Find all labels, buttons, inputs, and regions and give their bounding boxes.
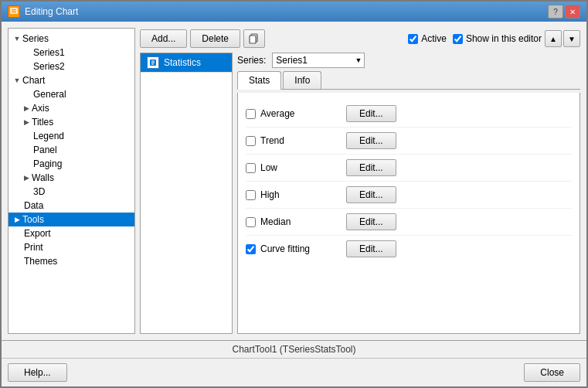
tree-label-series1: Series1 — [33, 47, 65, 58]
tree-label-titles: Titles — [32, 117, 53, 128]
help-button[interactable]: Help... — [8, 363, 67, 382]
close-button[interactable]: Close — [524, 363, 580, 382]
stat-label-high: High — [260, 189, 280, 200]
toolbar: Add... Delete Active Show — [140, 28, 580, 49]
nav-item-statistics[interactable]: Statistics — [141, 53, 232, 73]
stat-checkbox-high[interactable] — [246, 190, 256, 200]
show-in-editor-checkbox-label[interactable]: Show in this editor — [453, 33, 542, 44]
tab-info[interactable]: Info — [283, 71, 321, 89]
tree-item-general[interactable]: General — [8, 87, 134, 101]
stat-row-high: HighEdit... — [246, 182, 572, 209]
stat-row-average: AverageEdit... — [246, 100, 572, 128]
tree-label-legend: Legend — [33, 131, 64, 141]
tree-item-export[interactable]: Export — [8, 226, 134, 240]
title-bar-left: Editing Chart — [8, 5, 78, 18]
move-up-button[interactable]: ▲ — [545, 30, 562, 47]
stat-checkbox-label-median[interactable]: Median — [246, 216, 338, 227]
right-panel: Add... Delete Active Show — [140, 28, 580, 334]
tab-bar: StatsInfo — [237, 71, 580, 90]
tree-item-themes[interactable]: Themes — [8, 254, 134, 268]
series-label: Series: — [237, 55, 266, 66]
tree-item-axis[interactable]: ▶Axis — [8, 101, 134, 115]
tree-label-panel: Panel — [33, 145, 57, 155]
tree-arrow-series: ▼ — [13, 35, 21, 43]
tree-item-titles[interactable]: ▶Titles — [8, 115, 134, 129]
title-bar: Editing Chart ? ✕ — [2, 2, 586, 22]
tree-item-paging[interactable]: Paging — [8, 157, 134, 171]
status-bar: ChartTool1 (TSeriesStatsTool) — [2, 340, 586, 358]
stat-checkbox-label-trend[interactable]: Trend — [246, 135, 338, 146]
add-button[interactable]: Add... — [140, 29, 187, 48]
stat-label-low: Low — [260, 162, 277, 173]
tree-label-data: Data — [24, 200, 43, 211]
series-dropdown[interactable]: Series1Series2 — [272, 53, 365, 68]
active-checkbox-label[interactable]: Active — [408, 33, 447, 44]
delete-button[interactable]: Delete — [190, 29, 240, 48]
status-text: ChartTool1 (TSeriesStatsTool) — [232, 344, 355, 355]
nav-list: Statistics — [140, 53, 233, 334]
nav-item-icon-statistics — [147, 56, 159, 69]
tree-item-walls[interactable]: ▶Walls — [8, 171, 134, 185]
tree-item-series2[interactable]: Series2 — [8, 60, 134, 73]
window-icon — [8, 5, 20, 18]
arrow-buttons: ▲ ▼ — [545, 30, 580, 47]
stat-row-trend: TrendEdit... — [246, 128, 572, 155]
stat-edit-button-median[interactable]: Edit... — [346, 213, 396, 230]
tree-item-series[interactable]: ▼Series — [8, 32, 134, 46]
tree-item-legend[interactable]: Legend — [8, 129, 134, 143]
stat-checkbox-average[interactable] — [246, 109, 256, 119]
main-content: ▼SeriesSeries1Series2▼ChartGeneral▶Axis▶… — [2, 22, 586, 340]
tree-arrow-titles: ▶ — [22, 118, 30, 126]
stat-checkbox-low[interactable] — [246, 163, 256, 173]
stat-edit-button-low[interactable]: Edit... — [346, 159, 396, 176]
stat-checkbox-label-average[interactable]: Average — [246, 108, 338, 119]
tree-item-data[interactable]: Data — [8, 199, 134, 213]
stat-checkbox-label-high[interactable]: High — [246, 189, 338, 200]
checkboxes-row: Active Show in this editor — [408, 32, 542, 46]
tree-item-panel[interactable]: Panel — [8, 143, 134, 157]
tree-label-walls: Walls — [32, 172, 54, 183]
stat-row-median: MedianEdit... — [246, 209, 572, 236]
tree-label-3d: 3D — [33, 186, 45, 197]
help-titlebar-button[interactable]: ? — [548, 5, 563, 19]
show-in-editor-checkbox[interactable] — [453, 34, 463, 44]
stat-row-low: LowEdit... — [246, 155, 572, 182]
tree-item-series1[interactable]: Series1 — [8, 46, 134, 60]
tree-item-3d[interactable]: 3D — [8, 185, 134, 199]
stat-edit-button-curve_fitting[interactable]: Edit... — [346, 240, 396, 257]
stat-edit-button-high[interactable]: Edit... — [346, 186, 396, 203]
tree-item-print[interactable]: Print — [8, 240, 134, 254]
active-checkbox[interactable] — [408, 34, 418, 44]
tree-item-chart[interactable]: ▼Chart — [8, 73, 134, 87]
stat-label-curve_fitting: Curve fitting — [260, 243, 310, 254]
tree-label-themes: Themes — [24, 256, 57, 267]
stat-checkbox-median[interactable] — [246, 217, 256, 227]
tree-item-tools[interactable]: ▶Tools — [8, 213, 134, 226]
tree-label-general: General — [33, 89, 66, 100]
stats-content: AverageEdit...TrendEdit...LowEdit...High… — [237, 93, 580, 334]
stat-checkbox-curve_fitting[interactable] — [246, 244, 256, 254]
stat-edit-button-average[interactable]: Edit... — [346, 105, 396, 122]
close-titlebar-button[interactable]: ✕ — [565, 5, 580, 19]
tree-label-series: Series — [22, 33, 49, 44]
detail-area: Series: Series1Series2 StatsInfo — [237, 53, 580, 334]
tree-arrow-tools: ▶ — [13, 216, 21, 223]
stat-edit-button-trend[interactable]: Edit... — [346, 132, 396, 149]
tree-label-chart: Chart — [22, 75, 45, 86]
stat-checkbox-trend[interactable] — [246, 136, 256, 146]
bottom-bar: Help... Close — [2, 358, 586, 386]
stat-checkbox-label-curve_fitting[interactable]: Curve fitting — [246, 243, 338, 254]
copy-button[interactable] — [243, 29, 265, 48]
tree-arrow-axis: ▶ — [22, 104, 30, 112]
stat-label-average: Average — [260, 108, 294, 119]
nav-item-label-statistics: Statistics — [164, 57, 201, 68]
move-down-button[interactable]: ▼ — [563, 30, 580, 47]
tree-label-tools: Tools — [22, 214, 44, 225]
tree-label-series2: Series2 — [33, 61, 65, 72]
tree-arrow-walls: ▶ — [22, 174, 30, 182]
tree-label-print: Print — [24, 242, 43, 253]
tab-stats[interactable]: Stats — [237, 71, 281, 90]
tree-panel: ▼SeriesSeries1Series2▼ChartGeneral▶Axis▶… — [8, 28, 135, 334]
stat-checkbox-label-low[interactable]: Low — [246, 162, 338, 173]
title-bar-controls: ? ✕ — [548, 5, 580, 19]
